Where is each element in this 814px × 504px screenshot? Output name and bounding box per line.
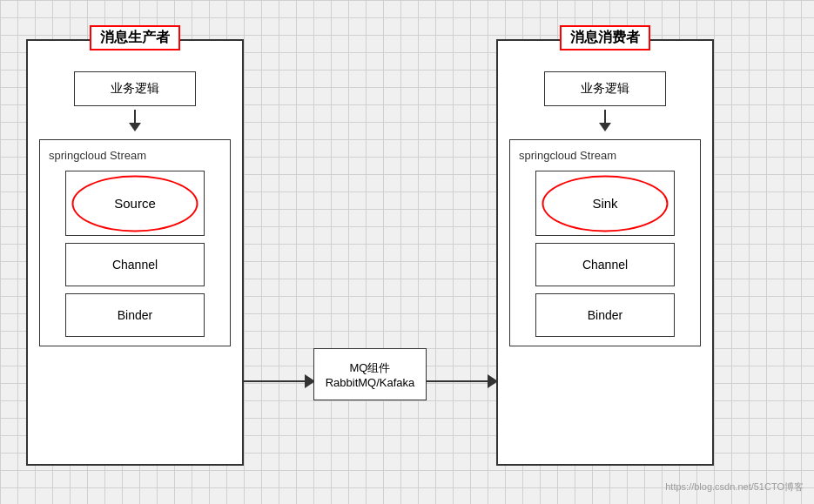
mq-line2: RabbitMQ/Kafaka: [326, 376, 415, 389]
arrow-line-seg1: [244, 380, 305, 382]
mq-box: MQ组件 RabbitMQ/Kafaka: [313, 348, 427, 400]
producer-binder-label: Binder: [118, 308, 152, 322]
consumer-stream-label: springcloud Stream: [519, 149, 616, 162]
producer-stream-box: springcloud Stream Source Channel Binder: [39, 139, 231, 346]
consumer-sink-box: Sink: [535, 171, 675, 236]
arrow-head-c: [599, 123, 611, 131]
producer-biz-box: 业务逻辑: [74, 71, 196, 106]
arrow-producer-to-mq: [244, 374, 315, 388]
consumer-header: 消息消费者: [560, 25, 650, 50]
right-arrow-2: [427, 374, 498, 388]
consumer-sink-label: Sink: [592, 196, 617, 211]
producer-channel-label: Channel: [112, 258, 158, 272]
producer-arrow-down: [129, 110, 141, 131]
producer-stream-label: springcloud Stream: [49, 149, 146, 162]
producer-channel-box: Channel: [65, 243, 205, 286]
producer-source-box: Source: [65, 171, 205, 236]
consumer-container: 消息消费者 业务逻辑 springcloud Stream Sink Chann…: [496, 39, 714, 466]
producer-binder-box: Binder: [65, 293, 205, 337]
producer-container: 消息生产者 业务逻辑 springcloud Stream Source Cha…: [26, 39, 244, 466]
arrow-line-c: [604, 110, 606, 123]
producer-biz-label: 业务逻辑: [111, 81, 159, 97]
consumer-main-box: 消息消费者 业务逻辑 springcloud Stream Sink Chann…: [496, 39, 714, 466]
arrow-head: [129, 123, 141, 131]
consumer-stream-box: springcloud Stream Sink Channel Binder: [509, 139, 701, 346]
arrow-mq-to-consumer: [427, 374, 498, 388]
arrow-line: [134, 110, 136, 123]
arrow-line-seg2: [427, 380, 488, 382]
consumer-channel-box: Channel: [535, 243, 675, 286]
consumer-biz-box: 业务逻辑: [544, 71, 666, 106]
consumer-binder-box: Binder: [535, 293, 675, 337]
producer-header: 消息生产者: [90, 25, 180, 50]
right-arrow-1: [244, 374, 315, 388]
producer-source-label: Source: [114, 196, 156, 211]
consumer-binder-label: Binder: [588, 308, 622, 322]
producer-main-box: 消息生产者 业务逻辑 springcloud Stream Source Cha…: [26, 39, 244, 466]
watermark: https://blog.csdn.net/51CTO博客: [665, 480, 804, 494]
consumer-biz-label: 业务逻辑: [581, 81, 629, 97]
consumer-arrow-down: [599, 110, 611, 131]
mq-line1: MQ组件: [350, 360, 391, 376]
mq-container: MQ组件 RabbitMQ/Kafaka: [313, 348, 427, 400]
consumer-channel-label: Channel: [582, 258, 628, 272]
